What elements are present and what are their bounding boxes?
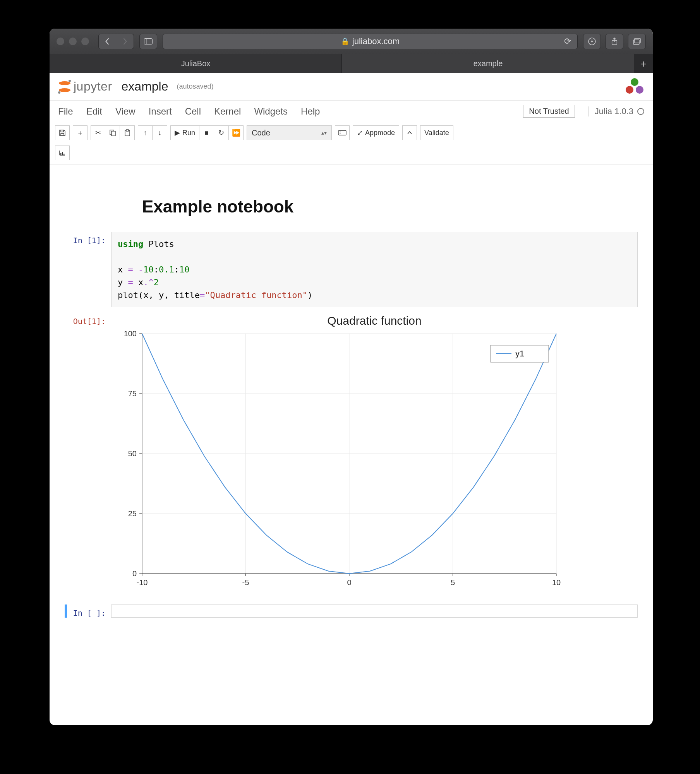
chart-title: Quadratic function <box>111 314 638 327</box>
restart-run-all-button[interactable]: ⏩ <box>229 125 244 140</box>
menu-widgets[interactable]: Widgets <box>254 106 288 117</box>
menu-kernel[interactable]: Kernel <box>214 106 241 117</box>
browser-window: 🔒 juliabox.com ⟳ JuliaBox <box>50 29 653 725</box>
notebook-title[interactable]: example <box>122 79 168 94</box>
run-label: Run <box>182 129 195 137</box>
tab-label: example <box>474 59 503 68</box>
jupyter-header: jupyter example (autosaved) <box>50 73 653 101</box>
validate-label: Validate <box>424 129 449 137</box>
jupyter-logo-text: jupyter <box>74 79 112 94</box>
jupyter-logo-icon <box>58 80 71 93</box>
command-palette-button[interactable] <box>335 125 350 140</box>
sidebar-toggle-button[interactable] <box>139 34 157 49</box>
reload-icon[interactable]: ⟳ <box>564 36 571 46</box>
paste-button[interactable] <box>120 125 135 140</box>
menu-insert[interactable]: Insert <box>149 106 172 117</box>
input-prompt: In [ ]: <box>67 604 111 618</box>
move-down-button[interactable]: ↓ <box>153 125 167 140</box>
tab-label: JuliaBox <box>181 59 211 68</box>
code-input[interactable] <box>111 604 638 618</box>
cell-type-value: Code <box>252 128 270 137</box>
window-controls[interactable] <box>57 38 89 45</box>
save-status: (autosaved) <box>177 82 214 91</box>
svg-rect-0 <box>144 39 153 45</box>
address-bar[interactable]: 🔒 juliabox.com ⟳ <box>163 34 578 49</box>
menu-help[interactable]: Help <box>301 106 320 117</box>
svg-text:75: 75 <box>128 389 137 398</box>
minimize-window-icon[interactable] <box>69 38 77 45</box>
validate-button[interactable]: Validate <box>420 125 453 140</box>
chevron-updown-icon: ▴▾ <box>321 130 327 136</box>
new-tab-button[interactable]: ＋ <box>634 54 653 73</box>
svg-text:0: 0 <box>347 578 351 587</box>
svg-text:25: 25 <box>128 509 137 518</box>
browser-toolbar: 🔒 juliabox.com ⟳ <box>50 29 653 54</box>
tabs-overview-button[interactable] <box>628 34 646 49</box>
notebook-area[interactable]: Example notebook In [1]: using Plots x =… <box>50 164 653 639</box>
appmode-label: Appmode <box>365 129 395 137</box>
save-button[interactable] <box>55 125 70 140</box>
plot-output: Quadratic function 0255075100-10-50510y1 <box>111 314 638 593</box>
browser-tab-example[interactable]: example <box>342 54 634 73</box>
trust-indicator[interactable]: Not Trusted <box>523 105 575 118</box>
expand-icon: ⤢ <box>357 128 363 137</box>
kernel-idle-icon <box>637 108 644 115</box>
svg-text:5: 5 <box>451 578 455 587</box>
kernel-name-label: Julia 1.0.3 <box>595 106 633 116</box>
svg-rect-7 <box>112 131 115 136</box>
back-button[interactable] <box>98 34 116 49</box>
svg-text:-5: -5 <box>242 578 249 587</box>
chart-toolbar-button[interactable] <box>55 146 70 160</box>
jupyter-logo[interactable]: jupyter <box>58 79 112 94</box>
svg-text:10: 10 <box>552 578 561 587</box>
run-icon: ▶ <box>175 128 180 137</box>
downloads-button[interactable] <box>583 34 601 49</box>
menu-bar: File Edit View Insert Cell Kernel Widget… <box>50 101 653 122</box>
svg-rect-13 <box>60 153 62 155</box>
svg-text:y1: y1 <box>515 349 524 358</box>
browser-tab-juliabox[interactable]: JuliaBox <box>50 54 342 73</box>
output-prompt: Out[1]: <box>65 313 111 326</box>
chart-canvas: 0255075100-10-50510y1 <box>111 330 568 593</box>
appmode-help-button[interactable] <box>402 125 417 140</box>
menu-edit[interactable]: Edit <box>86 106 102 117</box>
svg-rect-14 <box>62 152 63 155</box>
toolbar: ＋ ✂ ↑ ↓ ▶ Run ■ ↻ ⏩ <box>50 122 653 164</box>
forward-button[interactable] <box>116 34 134 49</box>
restart-button[interactable]: ↻ <box>214 125 229 140</box>
menu-view[interactable]: View <box>115 106 136 117</box>
appmode-button[interactable]: ⤢ Appmode <box>353 125 399 140</box>
insert-cell-button[interactable]: ＋ <box>73 125 88 140</box>
code-cell-2[interactable]: In [ ]: <box>65 604 638 618</box>
menu-file[interactable]: File <box>58 106 73 117</box>
svg-text:100: 100 <box>124 330 137 338</box>
cell-type-select[interactable]: Code ▴▾ <box>247 125 332 140</box>
svg-rect-15 <box>63 154 65 155</box>
run-button[interactable]: ▶ Run <box>170 125 199 140</box>
lock-icon: 🔒 <box>341 37 349 46</box>
svg-rect-10 <box>338 130 346 135</box>
svg-text:50: 50 <box>128 449 137 458</box>
move-up-button[interactable]: ↑ <box>138 125 153 140</box>
svg-text:-10: -10 <box>137 578 148 587</box>
close-window-icon[interactable] <box>57 38 64 45</box>
copy-button[interactable] <box>105 125 120 140</box>
markdown-heading[interactable]: Example notebook <box>142 197 638 216</box>
interrupt-button[interactable]: ■ <box>199 125 214 140</box>
svg-rect-9 <box>126 130 129 131</box>
menu-cell[interactable]: Cell <box>185 106 201 117</box>
input-prompt: In [1]: <box>65 232 111 245</box>
svg-text:0: 0 <box>132 569 137 578</box>
share-button[interactable] <box>606 34 623 49</box>
julia-logo-icon <box>625 78 644 95</box>
zoom-window-icon[interactable] <box>81 38 89 45</box>
output-cell-1: Out[1]: Quadratic function 0255075100-10… <box>65 313 638 593</box>
tab-strip: JuliaBox example ＋ <box>50 54 653 73</box>
code-cell-1[interactable]: In [1]: using Plots x = -10:0.1:10 y = x… <box>65 232 638 307</box>
url-host: juliabox.com <box>352 36 400 46</box>
code-input[interactable]: using Plots x = -10:0.1:10 y = x.^2 plot… <box>111 232 638 307</box>
kernel-indicator[interactable]: Julia 1.0.3 <box>588 106 644 116</box>
cut-button[interactable]: ✂ <box>91 125 105 140</box>
